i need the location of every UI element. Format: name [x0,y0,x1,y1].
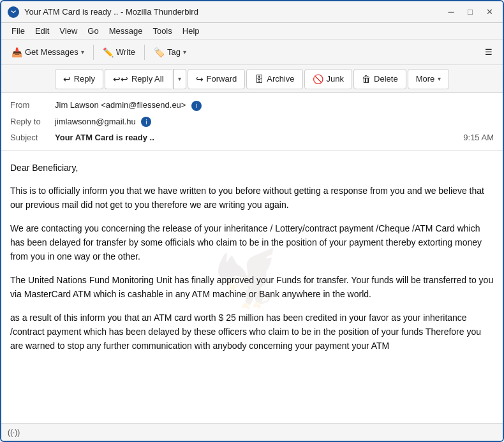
body-para4: as a result of this inform you that an A… [10,311,494,353]
archive-button[interactable]: 🗄 Archive [246,69,302,89]
reply-to-row: Reply to jimlawsonn@gmail.hu i [10,114,494,130]
subject-value: Your ATM Card is ready .. [55,131,463,144]
forward-icon: ↪ [196,74,204,84]
menu-bar: File Edit View Go Message Tools Help [1,23,503,40]
hamburger-menu-button[interactable]: ☰ [480,45,498,59]
reply-to-value: jimlawsonn@gmail.hu i [55,115,494,128]
menu-go[interactable]: Go [82,25,103,37]
reply-all-dropdown-button[interactable]: ▾ [173,69,186,89]
window-title: Your ATM Card is ready .. - Mozilla Thun… [24,7,444,17]
menu-help[interactable]: Help [177,25,205,37]
signal-icon: ((·)) [8,428,20,437]
body-para1: This is to officially inform you that we… [10,184,494,212]
forward-label: Forward [207,74,237,84]
archive-icon: 🗄 [255,74,263,84]
tag-label: Tag [167,47,181,57]
close-button[interactable]: ✕ [482,5,496,19]
email-time: 9:15 AM [463,131,494,144]
toolbar-separator-2 [144,45,145,60]
from-email: <admin@fliessend.eu> [101,100,186,110]
body-para2: We are contacting you concerning the rel… [10,221,494,264]
toolbar: 📥 Get Messages ▾ ✏️ Write 🏷️ Tag ▾ ☰ [1,40,503,65]
connection-status: ((·)) [8,428,20,437]
delete-label: Delete [374,74,398,84]
email-headers: From Jim Lawson <admin@fliessend.eu> i R… [1,93,503,151]
maximize-button[interactable]: □ [463,5,477,19]
delete-button[interactable]: 🗑 Delete [353,69,406,89]
body-greeting: Dear Beneficiary, [10,161,494,175]
reply-all-dropdown-icon: ▾ [178,75,181,82]
delete-icon: 🗑 [362,74,371,84]
get-messages-icon: 📥 [11,47,22,57]
get-messages-label: Get Messages [25,47,78,57]
app-icon [8,6,19,18]
main-window: Your ATM Card is ready .. - Mozilla Thun… [0,0,504,442]
reply-to-label: Reply to [10,115,55,128]
subject-label: Subject [10,131,55,144]
subject-row: Subject Your ATM Card is ready .. 9:15 A… [10,129,494,146]
email-body: 🦅 Dear Beneficiary, This is to officiall… [1,151,503,424]
reply-all-button[interactable]: ↩↩ Reply All [105,69,172,89]
from-name: Jim Lawson [55,100,99,110]
junk-button[interactable]: 🚫 Junk [304,69,352,89]
get-messages-button[interactable]: 📥 Get Messages ▾ [6,45,89,60]
more-dropdown-icon: ▾ [438,75,441,82]
tag-dropdown-icon[interactable]: ▾ [183,48,186,55]
forward-button[interactable]: ↪ Forward [188,69,246,89]
minimize-button[interactable]: ─ [444,5,458,19]
more-label: More [416,74,435,84]
get-messages-dropdown-icon[interactable]: ▾ [81,48,84,55]
reply-all-label: Reply All [131,74,164,84]
menu-view[interactable]: View [54,25,82,37]
from-row: From Jim Lawson <admin@fliessend.eu> i [10,97,494,114]
write-icon: ✏️ [103,47,114,57]
junk-label: Junk [327,74,344,84]
reply-label: Reply [74,74,95,84]
reply-icon: ↩ [63,74,71,84]
window-controls: ─ □ ✕ [444,5,496,19]
toolbar-separator-1 [93,45,94,60]
from-label: From [10,99,55,112]
from-info-icon[interactable]: i [191,101,202,111]
title-bar: Your ATM Card is ready .. - Mozilla Thun… [1,1,503,23]
reply-to-info-icon[interactable]: i [141,117,151,127]
action-bar: ↩ Reply ↩↩ Reply All ▾ ↪ Forward 🗄 Archi… [1,65,503,93]
status-bar: ((·)) [1,423,503,441]
more-button[interactable]: More ▾ [408,69,450,89]
write-button[interactable]: ✏️ Write [98,45,140,60]
from-value: Jim Lawson <admin@fliessend.eu> i [55,99,494,112]
menu-edit[interactable]: Edit [30,25,54,37]
tag-button[interactable]: 🏷️ Tag ▾ [149,45,191,60]
reply-all-icon: ↩↩ [113,74,128,84]
body-para3: The United Nations Fund Monitoring Unit … [10,273,494,302]
svg-point-0 [10,8,17,15]
archive-label: Archive [267,74,294,84]
menu-file[interactable]: File [6,25,30,37]
menu-tools[interactable]: Tools [147,25,177,37]
write-label: Write [116,47,135,57]
reply-button[interactable]: ↩ Reply [55,69,103,89]
junk-icon: 🚫 [313,74,323,84]
reply-to-email: jimlawsonn@gmail.hu [55,117,136,126]
menu-message[interactable]: Message [104,25,148,37]
tag-icon: 🏷️ [154,47,165,57]
hamburger-icon: ☰ [485,47,493,57]
